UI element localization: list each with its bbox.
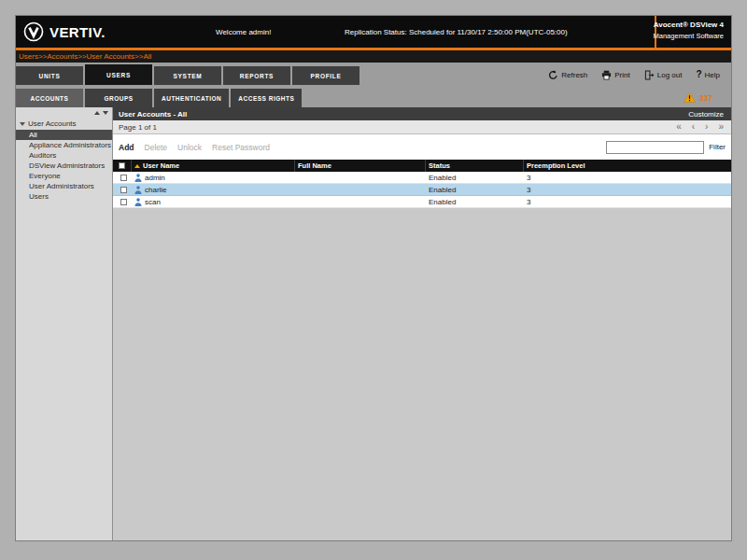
row-check-cell <box>113 172 132 183</box>
content-area: User Accounts All Appliance Administrato… <box>16 107 731 540</box>
first-page-icon[interactable]: « <box>676 122 682 132</box>
table-toolbar: Add Delete Unlock Reset Password Filter <box>113 134 731 160</box>
sidebar-tree: User Accounts All Appliance Administrato… <box>16 107 113 540</box>
customize-link[interactable]: Customize <box>688 110 724 119</box>
user-icon <box>134 186 142 194</box>
previous-page-icon[interactable]: ‹ <box>692 122 695 132</box>
panel-title-bar: User Accounts - All Customize <box>113 107 731 120</box>
select-all-cell <box>113 160 132 172</box>
user-name-link[interactable]: admin <box>145 174 165 182</box>
status-cell: Enabled <box>426 184 524 195</box>
user-name-link[interactable]: charlie <box>145 186 167 194</box>
subtab-accounts[interactable]: ACCOUNTS <box>16 89 83 107</box>
full-name-cell <box>295 184 426 195</box>
tree-node-user-accounts[interactable]: User Accounts <box>16 119 112 130</box>
sort-ascending-icon <box>134 164 140 168</box>
tab-zone: UNITS USERS SYSTEM REPORTS PROFILE Refre… <box>16 63 731 107</box>
sidebar-item-auditors[interactable]: Auditors <box>16 150 112 161</box>
user-name-cell: charlie <box>132 184 295 195</box>
pagination-controls: « ‹ › » <box>676 122 724 132</box>
status-cell: Enabled <box>426 196 524 207</box>
utility-bar: Refresh Print <box>548 64 731 85</box>
preemption-level-cell: 3 <box>524 172 731 183</box>
app-header: VERTIV. Welcome admin! Replication Statu… <box>16 16 731 50</box>
filter-button[interactable]: Filter <box>709 143 726 151</box>
column-label-status: Status <box>429 161 450 170</box>
column-label-full-name: Full Name <box>298 161 331 170</box>
refresh-button[interactable]: Refresh <box>548 70 587 80</box>
user-name-link[interactable]: scan <box>145 198 161 206</box>
table-row-admin[interactable]: admin Enabled 3 <box>113 172 731 184</box>
main-tab-bar: UNITS USERS SYSTEM REPORTS PROFILE Refre… <box>16 64 731 85</box>
row-checkbox[interactable] <box>120 175 127 181</box>
tab-units[interactable]: UNITS <box>16 66 83 85</box>
sidebar-item-user-administrators[interactable]: User Administrators <box>16 181 112 191</box>
toolbar-actions: Add Delete Unlock Reset Password <box>119 143 270 152</box>
column-header-user-name[interactable]: User Name <box>132 160 295 172</box>
column-label-preemption-level: Preemption Level <box>527 161 585 170</box>
tab-system[interactable]: SYSTEM <box>154 66 221 85</box>
sidebar-item-everyone[interactable]: Everyone <box>16 171 112 181</box>
replication-status: Replication Status: Scheduled for 11/30/… <box>345 28 568 36</box>
select-all-checkbox[interactable] <box>119 162 125 169</box>
sidebar-item-appliance-administrators[interactable]: Appliance Administrators <box>16 140 112 150</box>
preemption-level-cell: 3 <box>524 184 731 195</box>
column-label-user-name: User Name <box>143 161 179 170</box>
product-subtitle: Management Software <box>654 32 724 40</box>
user-icon <box>134 174 142 182</box>
subtab-access-rights[interactable]: ACCESS RIGHTS <box>231 89 302 107</box>
sidebar-item-users[interactable]: Users <box>16 191 112 202</box>
user-name-cell: admin <box>132 172 295 183</box>
help-button[interactable]: ? Help <box>696 70 720 79</box>
brand-wordmark: VERTIV. <box>49 24 106 40</box>
row-check-cell <box>113 184 132 195</box>
breadcrumb[interactable]: Users>>Accounts>>User Accounts>>All <box>16 50 731 63</box>
preemption-level-cell: 3 <box>524 196 731 207</box>
tab-users[interactable]: USERS <box>85 64 152 85</box>
subtab-authentication[interactable]: AUTHENTICATION <box>154 89 229 107</box>
dsview-app-window: VERTIV. Welcome admin! Replication Statu… <box>15 15 732 541</box>
next-page-icon[interactable]: › <box>705 122 708 132</box>
logout-button[interactable]: Log out <box>644 70 683 80</box>
print-icon <box>601 70 612 80</box>
status-cell: Enabled <box>426 172 524 183</box>
help-icon: ? <box>696 70 701 79</box>
product-title: Avocent® DSView 4 <box>654 21 724 29</box>
column-header-full-name[interactable]: Full Name <box>295 160 426 172</box>
page-title: User Accounts - All <box>119 110 187 119</box>
alert-indicator[interactable]: 337 <box>684 92 712 103</box>
last-page-icon[interactable]: » <box>718 122 724 132</box>
sidebar-item-all[interactable]: All <box>16 130 112 140</box>
filter-group: Filter <box>606 141 726 154</box>
tree-scroll-down-icon[interactable] <box>103 111 108 115</box>
unlock-button[interactable]: Unlock <box>177 143 202 152</box>
empty-area <box>113 208 731 540</box>
vertiv-brand: VERTIV. <box>23 21 106 42</box>
column-header-status[interactable]: Status <box>426 160 524 172</box>
help-label: Help <box>705 71 720 79</box>
row-checkbox[interactable] <box>120 187 127 193</box>
page-info: Page 1 of 1 <box>119 123 157 132</box>
table-row-scan[interactable]: scan Enabled 3 <box>113 196 731 208</box>
tree-root-label: User Accounts <box>28 119 77 128</box>
pagination-bar: Page 1 of 1 « ‹ › » <box>113 120 731 134</box>
tree-expander-icon <box>20 122 25 126</box>
table-row-charlie[interactable]: charlie Enabled 3 <box>113 184 731 196</box>
product-name-block: Avocent® DSView 4 Management Software <box>654 21 724 40</box>
column-header-preemption-level[interactable]: Preemption Level <box>524 160 731 172</box>
warning-icon <box>684 92 696 103</box>
row-check-cell <box>113 196 132 207</box>
logout-icon <box>644 70 655 80</box>
subtab-groups[interactable]: GROUPS <box>85 89 152 107</box>
tab-profile[interactable]: PROFILE <box>292 66 359 85</box>
print-button[interactable]: Print <box>601 70 629 80</box>
tab-reports[interactable]: REPORTS <box>223 66 290 85</box>
user-icon <box>134 198 142 206</box>
delete-button[interactable]: Delete <box>145 143 168 152</box>
row-checkbox[interactable] <box>120 199 127 205</box>
tree-scroll-up-icon[interactable] <box>94 111 100 115</box>
reset-password-button[interactable]: Reset Password <box>212 143 270 152</box>
sidebar-item-dsview-administrators[interactable]: DSView Administrators <box>16 161 112 171</box>
add-button[interactable]: Add <box>119 143 134 152</box>
filter-input[interactable] <box>606 141 704 154</box>
